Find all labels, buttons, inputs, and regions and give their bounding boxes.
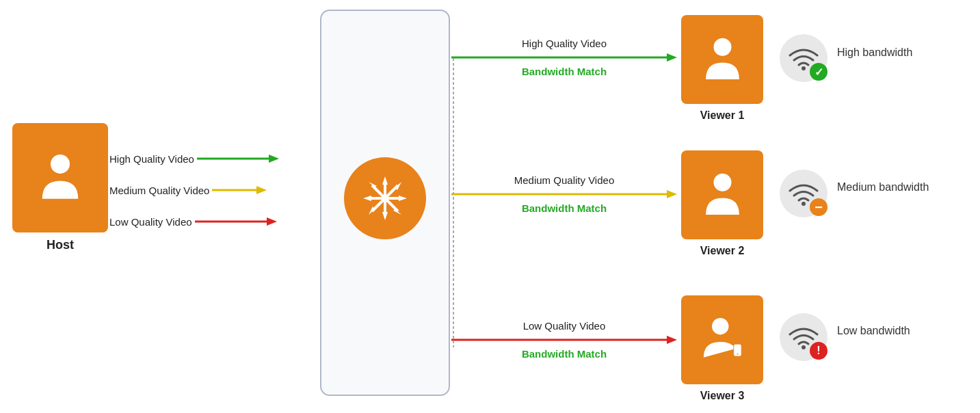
viewer1-person-icon <box>700 34 745 85</box>
svg-marker-25 <box>667 190 677 198</box>
viewer3-arrow <box>451 333 677 347</box>
viewer1-wifi-badge: ✓ <box>810 63 827 81</box>
svg-point-23 <box>802 66 806 70</box>
svg-marker-4 <box>256 186 267 194</box>
host-high-arrow <box>197 152 279 165</box>
host-low-arrow <box>195 215 277 228</box>
viewer1-arrow-group: High Quality Video Bandwidth Match <box>451 38 677 77</box>
svg-point-22 <box>713 38 731 55</box>
viewer2-bandwidth-label: Medium bandwidth <box>837 181 929 194</box>
viewer2-arrow <box>451 187 677 201</box>
viewer1-arrow <box>451 51 677 64</box>
viewer1-box <box>681 15 763 104</box>
host-medium-arrow-group: Medium Quality Video <box>109 183 267 197</box>
host-person-icon <box>36 150 84 205</box>
viewer3-bandwidth-label: Low bandwidth <box>837 325 910 337</box>
svg-marker-6 <box>267 217 277 226</box>
viewer3-bandwidth-match: Bandwidth Match <box>522 348 607 360</box>
viewer1-wifi: ✓ <box>780 34 827 82</box>
host-medium-label: Medium Quality Video <box>109 185 209 196</box>
viewer1-label: Viewer 1 <box>681 109 763 122</box>
viewer3-label: Viewer 3 <box>681 390 763 402</box>
host-label: Host <box>12 238 108 252</box>
svg-marker-21 <box>667 53 677 62</box>
viewer1-bandwidth-match: Bandwidth Match <box>522 66 607 77</box>
diagram: Host High Quality Video Medium Quality V… <box>0 0 980 413</box>
viewer2-box <box>681 150 763 239</box>
host-low-arrow-group: Low Quality Video <box>109 215 277 228</box>
viewer2-wifi: − <box>780 170 827 217</box>
svg-marker-29 <box>667 336 677 344</box>
host-medium-arrow <box>212 183 267 197</box>
svg-point-30 <box>712 318 728 334</box>
viewer3-wifi-badge: ! <box>810 342 827 360</box>
svg-point-27 <box>802 202 806 206</box>
viewer3-person-icon <box>700 315 745 366</box>
viewer1-quality-label: High Quality Video <box>522 38 607 49</box>
server-snowflake <box>358 171 412 226</box>
viewer3-box <box>681 295 763 384</box>
svg-point-26 <box>713 173 731 191</box>
viewer1-bandwidth-label: High bandwidth <box>837 46 912 59</box>
viewer3-arrow-group: Low Quality Video Bandwidth Match <box>451 320 677 360</box>
server-icon <box>344 157 426 239</box>
host-high-arrow-group: High Quality Video <box>109 152 279 165</box>
svg-point-33 <box>802 345 806 349</box>
svg-point-0 <box>51 155 70 174</box>
svg-marker-2 <box>269 155 279 163</box>
viewer2-person-icon <box>700 170 745 221</box>
host-high-label: High Quality Video <box>109 153 194 165</box>
viewer2-bandwidth-match: Bandwidth Match <box>522 202 607 214</box>
viewer2-label: Viewer 2 <box>681 245 763 257</box>
viewer2-wifi-badge: − <box>810 198 827 216</box>
host-low-label: Low Quality Video <box>109 216 192 228</box>
viewer2-arrow-group: Medium Quality Video Bandwidth Match <box>451 174 677 214</box>
viewer3-quality-label: Low Quality Video <box>523 320 606 332</box>
host-box <box>12 123 108 232</box>
viewer2-quality-label: Medium Quality Video <box>514 174 614 186</box>
viewer3-wifi: ! <box>780 313 827 361</box>
